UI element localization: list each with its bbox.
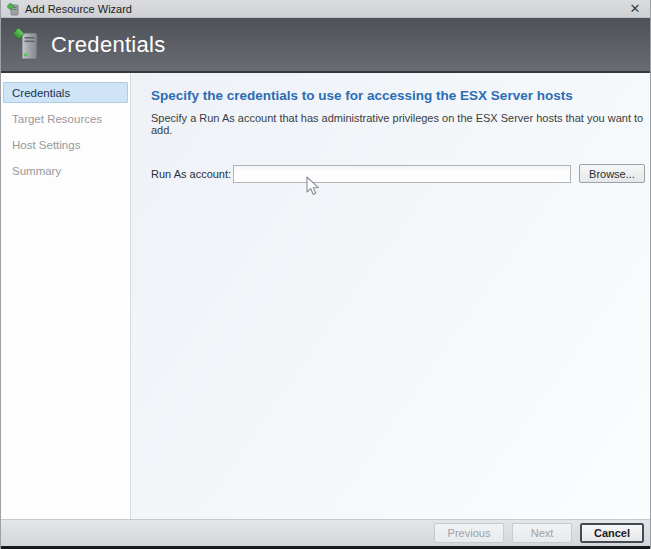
next-button[interactable]: Next <box>512 523 572 543</box>
content-pane: Specify the credentials to use for acces… <box>131 73 650 519</box>
close-icon[interactable]: ✕ <box>626 2 644 15</box>
wizard-footer: Previous Next Cancel <box>1 519 650 546</box>
run-as-account-label: Run As account: <box>151 168 233 180</box>
wizard-header: Credentials <box>1 18 650 73</box>
sidebar-item-label: Summary <box>12 165 61 177</box>
browse-button[interactable]: Browse... <box>579 164 645 183</box>
wizard-steps-sidebar: Credentials Target Resources Host Settin… <box>1 73 131 519</box>
page-heading: Specify the credentials to use for acces… <box>151 88 645 103</box>
sidebar-item-label: Credentials <box>12 87 70 99</box>
sidebar-item-host-settings[interactable]: Host Settings <box>3 134 128 155</box>
sidebar-item-target-resources[interactable]: Target Resources <box>3 108 128 129</box>
wizard-app-icon <box>7 2 20 15</box>
wizard-body: Credentials Target Resources Host Settin… <box>1 73 650 519</box>
titlebar: Add Resource Wizard ✕ <box>1 0 650 18</box>
page-description: Specify a Run As account that has admini… <box>151 112 645 136</box>
run-as-account-input[interactable] <box>233 165 571 183</box>
add-resource-wizard-window: Add Resource Wizard ✕ <box>0 0 651 549</box>
add-host-server-icon <box>13 28 41 62</box>
sidebar-item-label: Target Resources <box>12 113 102 125</box>
previous-button[interactable]: Previous <box>434 523 504 543</box>
cancel-button[interactable]: Cancel <box>580 523 644 543</box>
sidebar-item-summary[interactable]: Summary <box>3 160 128 181</box>
sidebar-item-credentials[interactable]: Credentials <box>3 82 128 103</box>
page-title: Credentials <box>51 32 166 58</box>
run-as-account-row: Run As account: Browse... <box>151 164 645 183</box>
sidebar-item-label: Host Settings <box>12 139 80 151</box>
window-title: Add Resource Wizard <box>25 3 132 15</box>
